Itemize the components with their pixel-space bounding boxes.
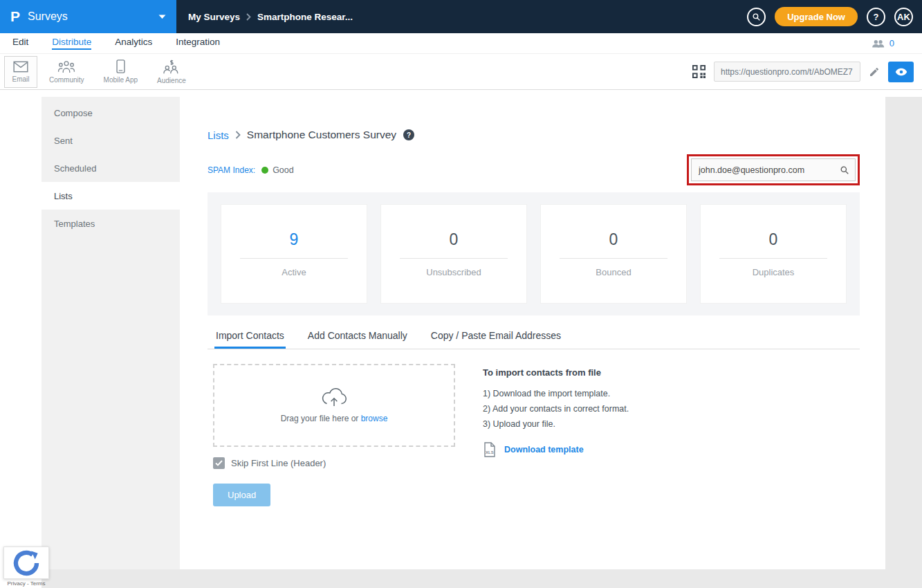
list-breadcrumb: Lists Smartphone Customers Survey ? xyxy=(208,129,860,141)
stat-card-duplicates[interactable]: 0 Duplicates xyxy=(700,204,847,304)
question-help-icon[interactable]: ? xyxy=(403,129,414,140)
browse-link[interactable]: browse xyxy=(361,414,388,423)
file-dropzone[interactable]: Drag your file here or browse xyxy=(213,364,455,447)
dropzone-text: Drag your file here or browse xyxy=(281,414,388,423)
questionpro-logo: P xyxy=(10,8,20,25)
spam-index-label: SPAM Index: xyxy=(208,165,255,175)
channel-email[interactable]: Email xyxy=(4,56,37,88)
preview-survey-button[interactable] xyxy=(888,62,914,82)
main-panel: Lists Smartphone Customers Survey ? SPAM… xyxy=(180,97,885,569)
page-body: Compose Sent Scheduled Lists Templates L… xyxy=(0,90,922,588)
email-sidebar: Compose Sent Scheduled Lists Templates xyxy=(42,97,180,569)
tab-add-contacts-manually[interactable]: Add Contacts Manually xyxy=(306,324,409,349)
stat-label: Bounced xyxy=(596,267,631,277)
skip-first-line-checkbox[interactable] xyxy=(213,457,225,469)
terms-link[interactable]: Terms xyxy=(30,580,46,587)
tab-edit[interactable]: Edit xyxy=(12,37,28,50)
breadcrumb-survey-name[interactable]: Smartphone Resear... xyxy=(257,12,353,22)
upload-cloud-icon xyxy=(321,388,347,407)
import-section: Drag your file here or browse Skip First… xyxy=(208,364,860,506)
instruction-step: 1) Download the import template. xyxy=(483,387,629,402)
community-icon xyxy=(57,60,75,73)
channel-label: Audience xyxy=(157,77,186,84)
instructions-title: To import contacts from file xyxy=(483,367,629,378)
breadcrumb-my-surveys[interactable]: My Surveys xyxy=(188,12,240,22)
contact-search-input[interactable] xyxy=(691,158,856,181)
breadcrumb: My Surveys Smartphone Resear... xyxy=(188,12,353,22)
contact-stats: 9 Active 0 Unsubscribed 0 Bounced xyxy=(208,192,860,315)
tab-distribute[interactable]: Distribute xyxy=(52,37,91,50)
channel-label: Email xyxy=(12,75,29,83)
mobile-app-icon xyxy=(116,59,125,73)
channel-community[interactable]: Community xyxy=(42,56,92,88)
sidebar-item-sent[interactable]: Sent xyxy=(42,127,180,154)
audience-icon xyxy=(163,59,180,74)
upload-button[interactable]: Upload xyxy=(213,484,270,506)
recaptcha-card[interactable] xyxy=(3,546,49,579)
search-icon[interactable] xyxy=(747,8,766,26)
sidebar-item-scheduled[interactable]: Scheduled xyxy=(42,154,180,182)
chevron-right-icon xyxy=(235,131,241,139)
stat-value: 0 xyxy=(769,230,778,249)
contact-search xyxy=(691,158,856,181)
edit-pencil-icon[interactable] xyxy=(869,66,880,77)
import-instructions: To import contacts from file 1) Download… xyxy=(483,364,629,506)
help-icon[interactable]: ? xyxy=(867,8,885,26)
sidebar-item-lists[interactable]: Lists xyxy=(42,182,180,210)
collaborators-count: 0 xyxy=(889,38,894,48)
right-filler xyxy=(885,97,922,569)
search-field-icon[interactable] xyxy=(840,165,849,175)
product-switcher[interactable]: P Surveys xyxy=(0,0,176,33)
instruction-step: 2) Add your contacts in correct format. xyxy=(483,402,629,417)
spam-index-value: Good xyxy=(273,165,294,175)
tab-analytics[interactable]: Analytics xyxy=(115,37,152,50)
survey-url-input[interactable] xyxy=(714,62,860,82)
skip-first-line-row: Skip First Line (Header) xyxy=(213,457,455,469)
tab-integration[interactable]: Integration xyxy=(176,37,220,50)
chevron-right-icon xyxy=(246,13,251,21)
checkbox-check-icon xyxy=(215,460,223,466)
stat-card-unsubscribed[interactable]: 0 Unsubscribed xyxy=(380,204,527,304)
instruction-step: 3) Upload your file. xyxy=(483,417,629,432)
bottom-filler xyxy=(42,569,922,588)
red-annotation-box xyxy=(687,154,860,185)
download-template-row: XLS Download template xyxy=(483,442,629,457)
download-template-link[interactable]: Download template xyxy=(504,445,584,454)
avatar[interactable]: AK xyxy=(894,8,913,26)
channel-label: Community xyxy=(49,76,84,84)
tab-import-contacts[interactable]: Import Contacts xyxy=(214,324,286,349)
channel-audience[interactable]: Audience xyxy=(149,56,194,88)
breadcrumb-lists-link[interactable]: Lists xyxy=(208,129,229,141)
content-column: Compose Sent Scheduled Lists Templates L… xyxy=(42,90,922,588)
top-bar: P Surveys My Surveys Smartphone Resear..… xyxy=(0,0,922,33)
import-upload-column: Drag your file here or browse Skip First… xyxy=(213,364,455,506)
qr-code-icon[interactable] xyxy=(692,65,706,78)
stat-card-active[interactable]: 9 Active xyxy=(221,204,367,304)
channel-mobile-app[interactable]: Mobile App xyxy=(96,56,145,88)
share-url-group xyxy=(692,62,914,82)
stat-label: Duplicates xyxy=(753,267,795,277)
contact-tabs: Import Contacts Add Contacts Manually Co… xyxy=(208,324,860,349)
collaborators[interactable]: 0 xyxy=(872,38,910,48)
xls-file-icon: XLS xyxy=(483,442,497,457)
privacy-link[interactable]: Privacy xyxy=(8,580,26,587)
recaptcha-badge: Privacy - Terms xyxy=(3,546,49,587)
recaptcha-logo xyxy=(13,550,39,576)
app-name: Surveys xyxy=(28,10,68,23)
stat-label: Unsubscribed xyxy=(426,267,481,277)
left-gutter xyxy=(0,90,42,588)
channel-label: Mobile App xyxy=(104,76,138,84)
distribute-toolbar: Email Community Mobile App Audience xyxy=(0,54,922,90)
spam-status-dot xyxy=(261,167,268,174)
stat-card-bounced[interactable]: 0 Bounced xyxy=(540,204,687,304)
sidebar-item-compose[interactable]: Compose xyxy=(42,99,180,127)
upgrade-now-button[interactable]: Upgrade Now xyxy=(775,7,858,26)
stat-value: 0 xyxy=(609,230,618,249)
sidebar-item-templates[interactable]: Templates xyxy=(42,210,180,237)
list-title: Smartphone Customers Survey xyxy=(247,129,396,141)
email-icon xyxy=(13,61,28,73)
svg-text:XLS: XLS xyxy=(486,450,494,454)
skip-first-line-label: Skip First Line (Header) xyxy=(231,458,326,468)
tab-copy-paste-email-addresses[interactable]: Copy / Paste Email Addresses xyxy=(430,324,562,349)
stat-value: 9 xyxy=(290,230,299,249)
